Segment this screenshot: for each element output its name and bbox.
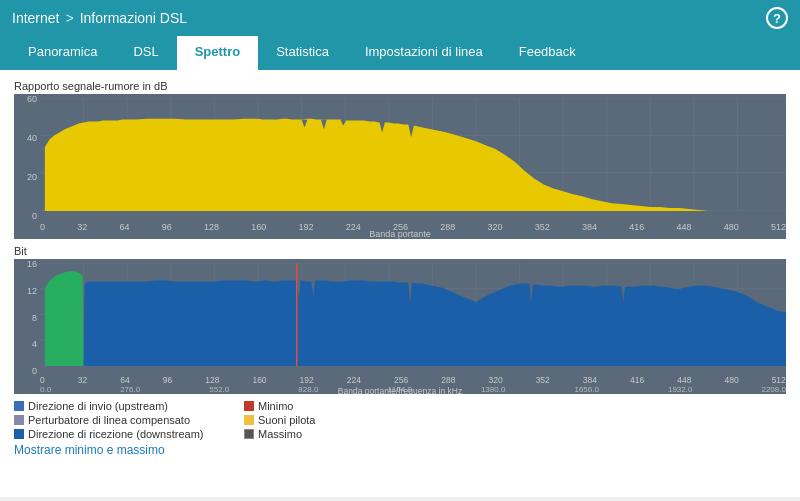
legend: Direzione di invio (upstream) Minimo Per… bbox=[14, 400, 786, 440]
legend-perturbatore-icon bbox=[14, 415, 24, 425]
legend-perturbatore: Perturbatore di linea compensato bbox=[14, 414, 234, 426]
legend-upstream: Direzione di invio (upstream) bbox=[14, 400, 234, 412]
legend-grid: Direzione di invio (upstream) Minimo Per… bbox=[14, 400, 444, 440]
legend-upstream-label: Direzione di invio (upstream) bbox=[28, 400, 168, 412]
breadcrumb-internet: Internet bbox=[12, 10, 59, 26]
top-chart-section: Rapporto segnale-rumore in dB 60 40 20 0 bbox=[14, 80, 786, 239]
bottom-chart-plot bbox=[40, 263, 786, 366]
legend-perturbatore-label: Perturbatore di linea compensato bbox=[28, 414, 190, 426]
bottom-chart-section: Bit 16 12 8 4 0 bbox=[14, 245, 786, 394]
legend-downstream-icon bbox=[14, 429, 24, 439]
legend-suoni: Suoni pilota bbox=[244, 414, 444, 426]
header: Internet > Informazioni DSL ? bbox=[0, 0, 800, 36]
svg-marker-48 bbox=[84, 281, 786, 366]
legend-upstream-icon bbox=[14, 401, 24, 411]
legend-minimo-label: Minimo bbox=[258, 400, 293, 412]
legend-massimo-icon bbox=[244, 429, 254, 439]
breadcrumb-dsl: Informazioni DSL bbox=[80, 10, 187, 26]
bottom-chart-container: 16 12 8 4 0 bbox=[14, 259, 786, 394]
show-min-max-link[interactable]: Mostrare minimo e massimo bbox=[14, 443, 165, 457]
legend-minimo-icon bbox=[244, 401, 254, 411]
top-chart-container: 60 40 20 0 bbox=[14, 94, 786, 239]
legend-suoni-icon bbox=[244, 415, 254, 425]
tab-dsl[interactable]: DSL bbox=[115, 36, 176, 70]
breadcrumb: Internet > Informazioni DSL bbox=[12, 10, 187, 26]
tab-spettro[interactable]: Spettro bbox=[177, 36, 259, 70]
breadcrumb-sep: > bbox=[65, 10, 73, 26]
tab-feedback[interactable]: Feedback bbox=[501, 36, 594, 70]
svg-marker-20 bbox=[45, 119, 786, 211]
tab-panoramica[interactable]: Panoramica bbox=[10, 36, 115, 70]
legend-massimo: Massimo bbox=[244, 428, 444, 440]
top-chart-y-axis: 60 40 20 0 bbox=[14, 94, 40, 221]
bottom-chart-svg bbox=[40, 263, 786, 366]
help-button[interactable]: ? bbox=[766, 7, 788, 29]
svg-marker-47 bbox=[45, 271, 84, 366]
legend-minimo: Minimo bbox=[244, 400, 444, 412]
tab-impostazioni[interactable]: Impostazioni di linea bbox=[347, 36, 501, 70]
legend-suoni-label: Suoni pilota bbox=[258, 414, 316, 426]
legend-downstream: Direzione di ricezione (downstream) bbox=[14, 428, 234, 440]
bottom-x-axis-bottom: 0.0 276.0 552.0 828.0 1104.0 1380.0 1656… bbox=[40, 385, 786, 394]
top-x-axis: 0 32 64 96 128 160 192 224 256 288 320 3… bbox=[40, 221, 786, 239]
bottom-chart-label: Bit bbox=[14, 245, 786, 257]
content-area: Rapporto segnale-rumore in dB 60 40 20 0 bbox=[0, 70, 800, 497]
bottom-chart-y-axis: 16 12 8 4 0 bbox=[14, 259, 40, 376]
top-chart-label: Rapporto segnale-rumore in dB bbox=[14, 80, 786, 92]
legend-massimo-label: Massimo bbox=[258, 428, 302, 440]
top-chart-svg bbox=[40, 98, 786, 211]
top-chart-plot bbox=[40, 98, 786, 211]
tab-statistica[interactable]: Statistica bbox=[258, 36, 347, 70]
tab-bar: Panoramica DSL Spettro Statistica Impost… bbox=[0, 36, 800, 70]
bottom-x-axis-top: 0 32 64 96 128 160 192 224 256 288 320 3… bbox=[40, 375, 786, 385]
legend-downstream-label: Direzione di ricezione (downstream) bbox=[28, 428, 203, 440]
